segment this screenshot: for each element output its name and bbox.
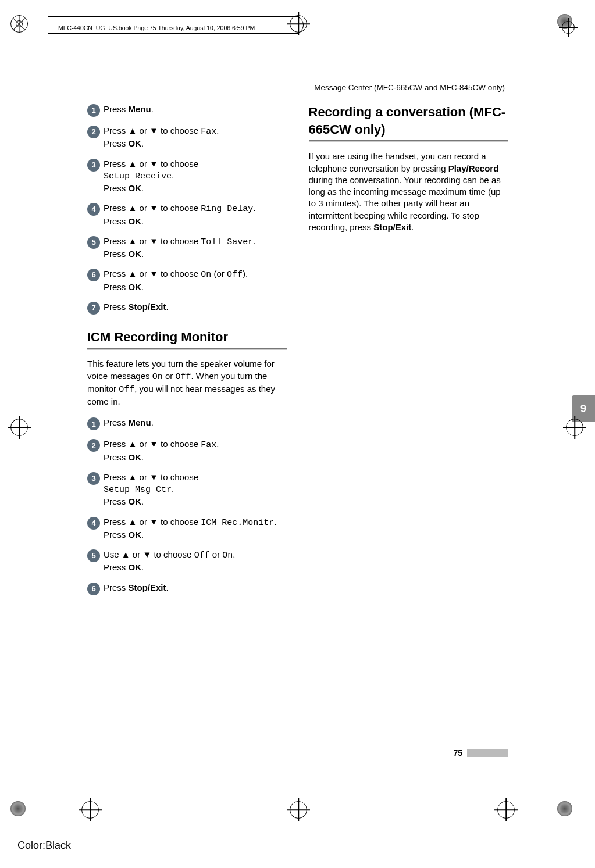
step-item: 3Press ▲ or ▼ to chooseSetup Receive.Pre… xyxy=(87,158,287,195)
down-arrow-icon: ▼ xyxy=(149,159,158,169)
step-number-icon: 1 xyxy=(87,417,100,430)
step-item: 6Press ▲ or ▼ to choose On (or Off).Pres… xyxy=(87,268,287,293)
register-target-icon xyxy=(10,419,28,436)
step-body: Press ▲ or ▼ to chooseSetup Receive.Pres… xyxy=(104,158,287,195)
step-number-icon: 5 xyxy=(87,236,100,249)
step-body: Press ▲ or ▼ to choose Fax.Press OK. xyxy=(104,125,287,150)
step-item: 4Press ▲ or ▼ to choose Ring Delay.Press… xyxy=(87,202,287,227)
crop-rail-icon xyxy=(41,813,554,813)
step-number-icon: 5 xyxy=(87,549,100,562)
down-arrow-icon: ▼ xyxy=(149,472,158,482)
step-body: Press ▲ or ▼ to choose On (or Off).Press… xyxy=(104,268,287,293)
down-arrow-icon: ▼ xyxy=(149,439,158,449)
step-number-icon: 1 xyxy=(87,104,100,117)
up-arrow-icon: ▲ xyxy=(129,472,137,482)
step-item: 6Press Stop/Exit. xyxy=(87,582,287,595)
step-body: Press ▲ or ▼ to chooseSetup Msg Ctr.Pres… xyxy=(104,471,287,508)
register-target-icon xyxy=(566,419,583,436)
left-column: 1Press Menu.2Press ▲ or ▼ to choose Fax.… xyxy=(87,103,287,723)
down-arrow-icon: ▼ xyxy=(149,517,158,527)
register-target-icon xyxy=(81,801,99,819)
step-number-icon: 4 xyxy=(87,203,100,216)
step-body: Press Menu. xyxy=(104,103,287,117)
step-item: 2Press ▲ or ▼ to choose Fax.Press OK. xyxy=(87,438,287,463)
step-body: Use ▲ or ▼ to choose Off or On.Press OK. xyxy=(104,549,287,574)
step-number-icon: 4 xyxy=(87,517,100,530)
down-arrow-icon: ▼ xyxy=(149,236,158,246)
step-item: 3Press ▲ or ▼ to chooseSetup Msg Ctr.Pre… xyxy=(87,471,287,508)
step-body: Press Menu. xyxy=(104,417,287,430)
step-body: Press Stop/Exit. xyxy=(104,301,287,315)
up-arrow-icon: ▲ xyxy=(129,269,137,278)
step-item: 1Press Menu. xyxy=(87,103,287,117)
step-item: 2Press ▲ or ▼ to choose Fax.Press OK. xyxy=(87,125,287,150)
steps-list-a: 1Press Menu.2Press ▲ or ▼ to choose Fax.… xyxy=(87,103,287,315)
step-number-icon: 2 xyxy=(87,126,100,138)
up-arrow-icon: ▲ xyxy=(129,203,137,213)
step-number-icon: 3 xyxy=(87,159,100,172)
heading-recording-conversation: Recording a conversation (MFC-665CW only… xyxy=(309,103,508,138)
step-number-icon: 6 xyxy=(87,583,100,595)
step-item: 4Press ▲ or ▼ to choose ICM Rec.Monitr.P… xyxy=(87,516,287,541)
register-target-icon xyxy=(497,801,515,819)
down-arrow-icon: ▼ xyxy=(149,203,158,213)
up-arrow-icon: ▲ xyxy=(129,159,137,169)
up-arrow-icon: ▲ xyxy=(129,126,137,135)
body-recording-conversation: If you are using the handset, you can re… xyxy=(309,151,508,233)
content-area: 1Press Menu.2Press ▲ or ▼ to choose Fax.… xyxy=(87,103,508,723)
step-body: Press ▲ or ▼ to choose ICM Rec.Monitr.Pr… xyxy=(104,516,287,541)
register-target-icon xyxy=(562,21,575,34)
step-body: Press Stop/Exit. xyxy=(104,582,287,595)
step-number-icon: 2 xyxy=(87,439,100,452)
step-body: Press ▲ or ▼ to choose Ring Delay.Press … xyxy=(104,202,287,227)
sun-icon xyxy=(10,15,28,33)
step-item: 5Press ▲ or ▼ to choose Toll Saver.Press… xyxy=(87,235,287,260)
up-arrow-icon: ▲ xyxy=(129,439,137,449)
intro-icm-monitor: This feature lets you turn the speaker v… xyxy=(87,358,287,408)
running-header: Message Center (MFC-665CW and MFC-845CW … xyxy=(314,83,505,92)
heading-rule-icon xyxy=(87,348,287,350)
page-number-bar-icon xyxy=(467,749,508,757)
step-body: Press ▲ or ▼ to choose Toll Saver.Press … xyxy=(104,235,287,260)
corner-dot-icon xyxy=(10,801,26,816)
header-tag-text: MFC-440CN_UG_US.book Page 75 Thursday, A… xyxy=(58,24,255,31)
step-number-icon: 7 xyxy=(87,302,100,315)
step-item: 7Press Stop/Exit. xyxy=(87,301,287,315)
up-arrow-icon: ▲ xyxy=(122,549,130,559)
down-arrow-icon: ▼ xyxy=(149,269,158,278)
down-arrow-icon: ▼ xyxy=(142,549,151,559)
step-item: 5Use ▲ or ▼ to choose Off or On.Press OK… xyxy=(87,549,287,574)
heading-icm-monitor: ICM Recording Monitor xyxy=(87,328,287,346)
corner-dot-icon xyxy=(557,801,572,816)
step-item: 1Press Menu. xyxy=(87,417,287,430)
step-number-icon: 6 xyxy=(87,269,100,281)
page-number: 75 xyxy=(453,748,462,758)
heading-rule-icon xyxy=(309,140,508,142)
step-body: Press ▲ or ▼ to choose Fax.Press OK. xyxy=(104,438,287,463)
up-arrow-icon: ▲ xyxy=(129,517,137,527)
page-number-area: 75 xyxy=(453,748,508,758)
color-label: Color:Black xyxy=(17,840,71,852)
register-target-icon xyxy=(290,801,307,819)
step-number-icon: 3 xyxy=(87,472,100,485)
right-column: Recording a conversation (MFC-665CW only… xyxy=(309,103,508,723)
steps-list-b: 1Press Menu.2Press ▲ or ▼ to choose Fax.… xyxy=(87,417,287,595)
down-arrow-icon: ▼ xyxy=(149,126,158,135)
up-arrow-icon: ▲ xyxy=(129,236,137,246)
